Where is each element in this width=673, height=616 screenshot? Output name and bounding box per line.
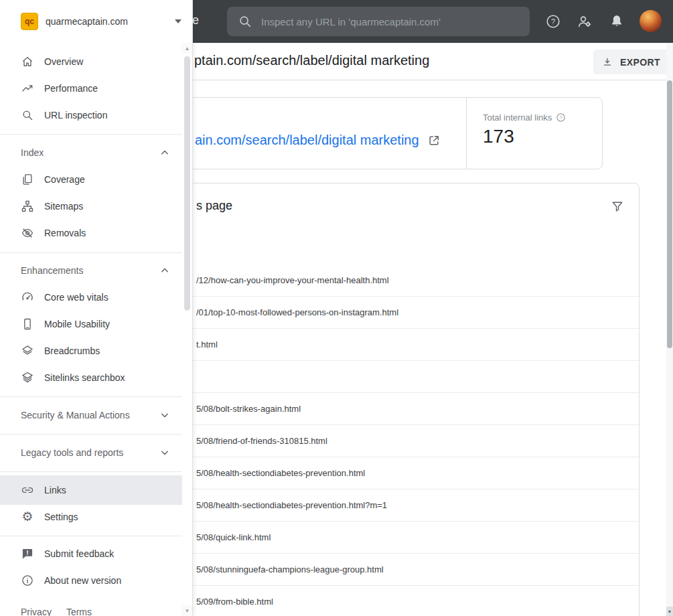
total-links-label-text: Total internal links [483, 112, 552, 123]
sidebar-item-settings[interactable]: ⚙ Settings [0, 504, 182, 530]
sidebar-section-legacy-tools[interactable]: Legacy tools and reports [0, 439, 182, 466]
sidebar-scrollbar-thumb[interactable] [184, 56, 190, 311]
sidebar-item-breadcrumbs[interactable]: Breadcrumbs [0, 337, 182, 364]
chevron-down-icon [158, 408, 171, 422]
divider [0, 396, 182, 397]
page-title: ptain.com/search/label/digital marketing [194, 53, 429, 68]
sidebar-item-mobile-usability[interactable]: Mobile Usability [0, 311, 182, 337]
sidebar-item-sitelinks-searchbox[interactable]: Sitelinks searchbox [0, 364, 182, 391]
magnifier-icon [21, 108, 34, 122]
export-button[interactable]: EXPORT [593, 50, 671, 74]
target-page-card: ain.com/search/label/digital marketing T… [167, 97, 603, 169]
sidebar-item-coverage[interactable]: Coverage [0, 166, 182, 193]
links-table-rows: /12/how-can-you-improve-your-mental-heal… [168, 264, 639, 616]
table-row[interactable]: /01/top-10-most-followed-persons-on-inst… [168, 297, 639, 329]
notifications-bell-icon[interactable] [608, 13, 625, 30]
sidebar-item-overview[interactable]: Overview [0, 48, 182, 75]
table-row[interactable]: t.html [168, 329, 639, 361]
section-label: Index [21, 147, 44, 158]
speedometer-icon [21, 291, 34, 304]
open-in-new-icon[interactable] [427, 134, 441, 147]
sidebar-footer: Privacy Terms [21, 607, 92, 616]
sidebar-item-url-inspection[interactable]: URL inspection [0, 102, 182, 129]
card-divider [466, 98, 467, 169]
sidebar-item-label: Overview [44, 56, 83, 67]
divider [0, 252, 182, 253]
sidebar-item-performance[interactable]: Performance [0, 75, 182, 102]
sidebar-item-label: Removals [44, 228, 86, 238]
app-logo-text-fragment: e [192, 13, 199, 27]
property-selector[interactable]: qc quarmecaptain.com [0, 0, 193, 43]
sidebar-item-label: Performance [44, 83, 98, 94]
privacy-link[interactable]: Privacy [21, 607, 52, 616]
linking-page-url: 5/08/quick-link.html [196, 532, 271, 542]
sidebar-item-submit-feedback[interactable]: Submit feedback [0, 540, 182, 567]
table-row[interactable]: 5/08/stunninguefa-champions-league-group… [168, 554, 639, 586]
sidebar-item-links[interactable]: Links [0, 475, 182, 505]
sidebar-section-index[interactable]: Index [0, 139, 182, 166]
sidebar-item-sitemaps[interactable]: Sitemaps [0, 193, 182, 220]
link-chain-icon [21, 483, 34, 497]
property-logo: qc [21, 13, 38, 30]
manage-users-icon[interactable] [576, 13, 593, 30]
linking-page-url: t.html [196, 339, 218, 350]
sidebar-item-label: URL inspection [44, 110, 107, 121]
table-row[interactable]: 5/08/health-sectiondiabetes-prevention.h… [168, 457, 639, 489]
search-input[interactable] [261, 16, 519, 27]
sidebar-item-removals[interactable]: Removals [0, 220, 182, 246]
sidebar-item-about-new-version[interactable]: About new version [0, 567, 182, 594]
section-label: Legacy tools and reports [21, 447, 123, 458]
table-row[interactable]: 5/08/health-sectiondiabetes-prevention.h… [168, 489, 639, 522]
sidebar-item-label: Settings [44, 512, 78, 522]
total-internal-links-value: 173 [483, 126, 514, 147]
sidebar-scrollbar[interactable]: ▲ ▼ [181, 43, 193, 616]
chevron-down-icon [158, 446, 171, 459]
table-row[interactable]: 5/09/from-bible.html [168, 586, 639, 616]
table-row[interactable]: /12/how-can-you-improve-your-mental-heal… [168, 264, 639, 297]
info-icon [21, 574, 34, 587]
user-avatar[interactable] [640, 10, 662, 32]
filter-icon[interactable] [609, 198, 626, 215]
sidebar-item-label: Core web vitals [44, 292, 108, 303]
divider [0, 471, 182, 472]
linking-page-url: 5/08/stunninguefa-champions-league-group… [196, 564, 384, 574]
table-row[interactable]: 5/08/quick-link.html [168, 522, 639, 554]
sidebar: qc quarmecaptain.com Overview Performanc… [0, 0, 193, 616]
main-scrollbar-thumb[interactable] [667, 80, 672, 348]
total-internal-links-label: Total internal links ? [483, 112, 566, 123]
linking-page-url: 5/08/health-sectiondiabetes-prevention.h… [196, 468, 365, 478]
scroll-down-arrow-icon[interactable]: ▼ [666, 607, 673, 616]
eye-off-icon [21, 226, 34, 240]
performance-chart-icon [21, 82, 34, 95]
sidebar-item-label: Links [44, 485, 66, 495]
sidebar-section-security[interactable]: Security & Manual Actions [0, 402, 182, 429]
export-label: EXPORT [620, 57, 660, 68]
linking-page-url: /01/top-10-most-followed-persons-on-inst… [196, 307, 398, 317]
linking-page-url: /12/how-can-you-improve-your-mental-heal… [196, 275, 389, 285]
sidebar-section-enhancements[interactable]: Enhancements [0, 257, 182, 284]
target-page-url: ain.com/search/label/digital marketing [195, 133, 419, 148]
sidebar-item-label: Sitemaps [44, 201, 83, 212]
sidebar-item-label: Submit feedback [44, 548, 114, 559]
sidebar-item-core-web-vitals[interactable]: Core web vitals [0, 284, 182, 311]
help-icon[interactable]: ? [544, 13, 562, 30]
scroll-down-arrow-icon[interactable]: ▼ [181, 605, 193, 616]
table-row[interactable]: 5/08/bolt-strikes-again.html [168, 393, 639, 425]
table-row[interactable] [168, 361, 639, 393]
section-label: Security & Manual Actions [21, 410, 130, 420]
feedback-icon [21, 547, 34, 560]
target-page-link[interactable]: ain.com/search/label/digital marketing [195, 133, 441, 148]
scroll-up-arrow-icon[interactable]: ▲ [181, 43, 193, 54]
main-scrollbar[interactable]: ▼ [666, 43, 673, 616]
property-name: quarmecaptain.com [46, 16, 128, 27]
url-inspect-search[interactable] [227, 7, 530, 36]
chevron-down-icon [175, 19, 181, 23]
terms-link[interactable]: Terms [66, 607, 92, 616]
search-icon [238, 14, 252, 29]
help-circle-icon[interactable]: ? [556, 112, 566, 123]
sidebar-item-label: About new version [44, 575, 121, 586]
coverage-pages-icon [21, 173, 34, 186]
sitemap-icon [21, 200, 34, 213]
divider [0, 536, 182, 536]
table-row[interactable]: 5/08/friend-of-friends-310815.html [168, 425, 639, 457]
